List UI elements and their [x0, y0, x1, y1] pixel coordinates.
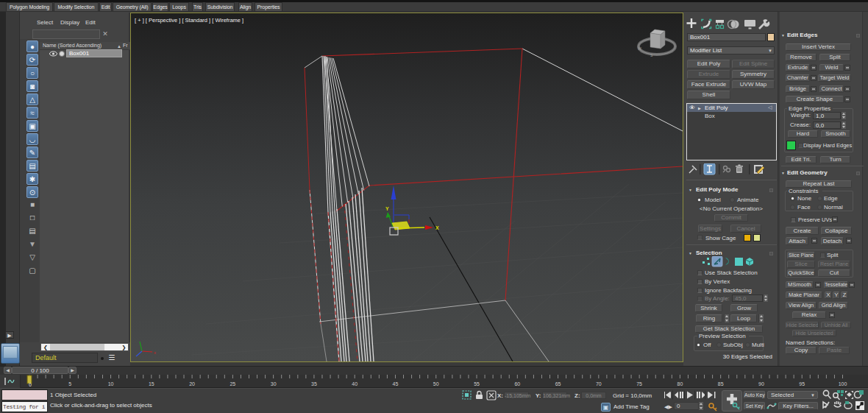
svg-text:W: W: [638, 46, 641, 51]
svg-text:95: 95: [799, 381, 805, 386]
svg-text:10: 10: [108, 381, 114, 386]
svg-text:5: 5: [68, 381, 71, 386]
svg-text:X: X: [435, 225, 439, 230]
svg-text:20: 20: [189, 381, 195, 386]
svg-text:30: 30: [271, 381, 277, 386]
svg-text:Y: Y: [385, 206, 389, 211]
svg-text:25: 25: [230, 381, 235, 386]
svg-text:0: 0: [29, 382, 32, 387]
svg-text:90: 90: [758, 381, 764, 386]
svg-text:80: 80: [677, 381, 683, 386]
svg-text:60: 60: [514, 381, 520, 386]
svg-text:15: 15: [149, 381, 154, 386]
svg-text:35: 35: [311, 381, 317, 386]
svg-text:70: 70: [596, 381, 602, 386]
svg-text:65: 65: [555, 381, 561, 386]
svg-text:50: 50: [433, 381, 439, 386]
svg-text:40: 40: [352, 381, 357, 386]
svg-text:85: 85: [718, 381, 724, 386]
svg-text:55: 55: [474, 381, 480, 386]
svg-text:x: x: [154, 350, 156, 355]
svg-text:75: 75: [636, 381, 642, 386]
svg-text:100: 100: [839, 381, 847, 386]
svg-text:[ + ] [ Perspective ] [ Standa: [ + ] [ Perspective ] [ Standard ] [ Wir…: [135, 17, 243, 24]
svg-text:45: 45: [393, 381, 399, 386]
